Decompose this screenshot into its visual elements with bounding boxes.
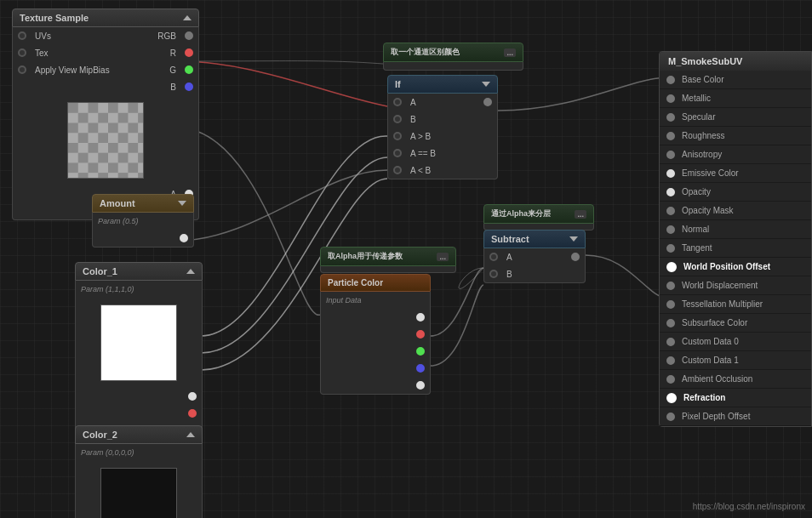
alpha-node[interactable]: 取Alpha用于传递参数 ... xyxy=(320,247,456,273)
alpha-title: 取Alpha用于传递参数 xyxy=(328,251,403,262)
material-pin-4[interactable] xyxy=(666,151,675,159)
amount-output-pin[interactable] xyxy=(180,234,188,242)
sub-b-pin[interactable] xyxy=(489,270,498,278)
if-agreatb-pin[interactable] xyxy=(393,132,402,140)
particle-header[interactable]: Particle Color xyxy=(320,274,431,292)
color1-header[interactable]: Color_1 xyxy=(75,262,203,281)
c1-output-pin1[interactable] xyxy=(188,392,197,401)
channel-node[interactable]: 取一个通道区别颜色 ... xyxy=(383,43,523,71)
particle-title: Particle Color xyxy=(328,278,383,287)
material-row-4[interactable]: Anisotropy xyxy=(660,145,811,164)
p-output-pin5[interactable] xyxy=(416,381,425,390)
channel-badge: ... xyxy=(504,48,516,57)
material-title: M_SmokeSubUV xyxy=(668,56,742,66)
tex-input-pin[interactable] xyxy=(18,48,26,57)
material-pin-0[interactable] xyxy=(666,76,675,84)
material-pin-10[interactable] xyxy=(666,262,677,272)
material-pin-7[interactable] xyxy=(666,207,675,215)
material-row-5[interactable]: Emissive Color xyxy=(660,164,811,183)
if-a-row: A xyxy=(388,94,497,111)
b-output-pin[interactable] xyxy=(185,83,193,91)
g-output-pin[interactable] xyxy=(185,65,193,74)
material-row-14[interactable]: Custom Data 0 xyxy=(660,333,811,351)
alpha-layer-header[interactable]: 通过Alpha来分层 ... xyxy=(483,204,594,224)
expand-icon[interactable] xyxy=(178,201,186,206)
alpha-layer-node[interactable]: 通过Alpha来分层 ... xyxy=(483,204,594,231)
particle-subtitle: Input Data xyxy=(321,292,430,309)
material-rows-container: Base ColorMetallicSpecularRoughnessAniso… xyxy=(660,71,811,426)
sub-output-pin[interactable] xyxy=(571,253,580,261)
sub-a-pin[interactable] xyxy=(489,253,498,261)
material-pin-2[interactable] xyxy=(666,113,675,122)
material-label-3: Roughness xyxy=(682,131,725,140)
material-pin-15[interactable] xyxy=(666,356,675,365)
p-output-pin1[interactable] xyxy=(416,313,425,322)
material-pin-6[interactable] xyxy=(666,188,675,196)
if-aeqb-pin[interactable] xyxy=(393,149,402,157)
material-row-15[interactable]: Custom Data 1 xyxy=(660,351,811,370)
material-row-10[interactable]: World Position Offset xyxy=(660,258,811,276)
material-row-9[interactable]: Tangent xyxy=(660,239,811,258)
subtract-node[interactable]: Subtract A B xyxy=(483,230,586,283)
material-row-6[interactable]: Opacity xyxy=(660,183,811,202)
material-pin-12[interactable] xyxy=(666,300,675,309)
channel-header[interactable]: 取一个通道区别颜色 ... xyxy=(383,43,523,62)
material-row-17[interactable]: Refraction xyxy=(660,389,811,407)
p-output-pin2[interactable] xyxy=(416,330,425,339)
material-pin-9[interactable] xyxy=(666,244,675,253)
material-label-4: Anisotropy xyxy=(682,150,722,159)
amount-header[interactable]: Amount xyxy=(92,194,194,213)
material-row-3[interactable]: Roughness xyxy=(660,127,811,145)
material-pin-8[interactable] xyxy=(666,225,675,234)
material-row-7[interactable]: Opacity Mask xyxy=(660,202,811,220)
subtract-header[interactable]: Subtract xyxy=(483,230,586,248)
c1-output-pin2[interactable] xyxy=(188,409,197,418)
amount-output-row xyxy=(93,230,193,247)
mipbias-input-pin[interactable] xyxy=(18,65,26,74)
texture-sample-header[interactable]: Texture Sample xyxy=(12,9,199,27)
alpha-header[interactable]: 取Alpha用于传递参数 ... xyxy=(320,247,456,266)
material-row-11[interactable]: World Displacement xyxy=(660,276,811,295)
material-row-0[interactable]: Base Color xyxy=(660,71,811,89)
material-pin-17[interactable] xyxy=(666,393,677,403)
material-pin-16[interactable] xyxy=(666,375,675,384)
p-output-pin4[interactable] xyxy=(416,364,425,373)
rgb-output-pin[interactable] xyxy=(185,31,193,40)
if-alessb-pin[interactable] xyxy=(393,166,402,174)
collapse-icon[interactable] xyxy=(186,432,195,437)
material-pin-18[interactable] xyxy=(666,413,675,421)
material-label-17: Refraction xyxy=(683,393,725,402)
material-row-13[interactable]: Subsurface Color xyxy=(660,314,811,333)
material-pin-13[interactable] xyxy=(666,319,675,327)
material-row-16[interactable]: Ambient Occlusion xyxy=(660,370,811,389)
material-label-12: Tessellation Multiplier xyxy=(682,299,763,309)
if-node[interactable]: If A B A > B A == B A < B xyxy=(387,75,498,179)
color2-header[interactable]: Color_2 xyxy=(75,425,203,444)
material-pin-3[interactable] xyxy=(666,132,675,140)
texture-sample-node[interactable]: Texture Sample UVs RGB Tex R xyxy=(12,9,199,220)
if-output-pin[interactable] xyxy=(483,98,492,106)
particle-node[interactable]: Particle Color Input Data xyxy=(320,274,431,395)
if-b-pin[interactable] xyxy=(393,115,402,123)
material-pin-1[interactable] xyxy=(666,94,675,103)
material-pin-14[interactable] xyxy=(666,338,675,346)
if-a-pin[interactable] xyxy=(393,98,402,106)
r-output-pin[interactable] xyxy=(185,48,193,57)
material-label-5: Emissive Color xyxy=(682,168,739,178)
material-row-12[interactable]: Tessellation Multiplier xyxy=(660,295,811,314)
material-row-2[interactable]: Specular xyxy=(660,108,811,127)
material-row-18[interactable]: Pixel Depth Offset xyxy=(660,407,811,426)
amount-node[interactable]: Amount Param (0.5) xyxy=(92,194,194,248)
subtract-chevron[interactable] xyxy=(569,236,578,242)
uvs-input-pin[interactable] xyxy=(18,31,26,40)
p-output-pin3[interactable] xyxy=(416,347,425,356)
if-header[interactable]: If xyxy=(387,75,498,94)
material-pin-5[interactable] xyxy=(666,169,675,178)
material-pin-11[interactable] xyxy=(666,282,675,290)
material-row-8[interactable]: Normal xyxy=(660,220,811,239)
collapse-icon[interactable] xyxy=(183,15,192,20)
collapse-icon[interactable] xyxy=(186,269,195,274)
material-row-1[interactable]: Metallic xyxy=(660,89,811,108)
chevron-icon[interactable] xyxy=(482,82,490,87)
color2-node[interactable]: Color_2 Param (0,0,0,0) xyxy=(75,425,203,518)
